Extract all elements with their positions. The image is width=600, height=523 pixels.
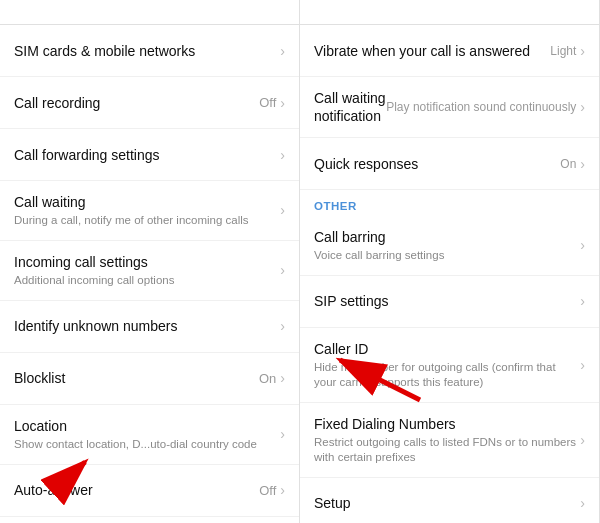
chevron-icon-caller-id: ›	[580, 357, 585, 373]
left-item-blocklist[interactable]: BlocklistOn›	[0, 353, 299, 405]
item-text-call-barring: Call barringVoice call barring settings	[314, 228, 580, 263]
chevron-icon-location: ›	[280, 426, 285, 442]
item-title-call-waiting: Call waiting	[14, 194, 86, 210]
item-title-blocklist: Blocklist	[14, 370, 65, 386]
chevron-icon-call-waiting-notif: ›	[580, 99, 585, 115]
item-subtitle-caller-id: Hide my number for outgoing calls (confi…	[314, 360, 580, 390]
left-panel: SIM cards & mobile networks›Call recordi…	[0, 0, 300, 523]
item-value-quick-responses: On	[560, 157, 576, 171]
item-subtitle-location: Show contact location, D...uto-dial coun…	[14, 437, 280, 452]
left-item-sim-cards[interactable]: SIM cards & mobile networks›	[0, 25, 299, 77]
item-title-identify-unknown: Identify unknown numbers	[14, 318, 177, 334]
item-text-call-waiting-notif: Call waiting notification	[314, 89, 386, 125]
chevron-icon-call-waiting: ›	[280, 202, 285, 218]
right-panel-content: Vibrate when your call is answeredLight›…	[300, 25, 599, 523]
right-panel-header	[300, 0, 599, 25]
item-text-fixed-dialing: Fixed Dialing NumbersRestrict outgoing c…	[314, 415, 580, 465]
chevron-icon-identify-unknown: ›	[280, 318, 285, 334]
item-subtitle-incoming-call: Additional incoming call options	[14, 273, 280, 288]
chevron-icon-auto-answer: ›	[280, 482, 285, 498]
left-item-incoming-call[interactable]: Incoming call settingsAdditional incomin…	[0, 241, 299, 301]
item-title-call-barring: Call barring	[314, 229, 386, 245]
chevron-icon-blocklist: ›	[280, 370, 285, 386]
item-value-call-recording: Off	[259, 95, 276, 110]
item-text-call-recording: Call recording	[14, 94, 259, 112]
left-item-call-waiting[interactable]: Call waitingDuring a call, notify me of …	[0, 181, 299, 241]
item-title-location: Location	[14, 418, 67, 434]
right-item-setup[interactable]: Setup›	[300, 478, 599, 523]
chevron-icon-fixed-dialing: ›	[580, 432, 585, 448]
item-title-call-waiting-notif: Call waiting notification	[314, 90, 386, 124]
item-subtitle-fixed-dialing: Restrict outgoing calls to listed FDNs o…	[314, 435, 580, 465]
chevron-icon-sim-cards: ›	[280, 43, 285, 59]
right-item-quick-responses[interactable]: Quick responsesOn›	[300, 138, 599, 190]
chevron-icon-sip-settings: ›	[580, 293, 585, 309]
other-section-label: OTHER	[300, 190, 599, 216]
item-text-sip-settings: SIP settings	[314, 292, 580, 310]
item-title-sip-settings: SIP settings	[314, 293, 388, 309]
right-item-fixed-dialing[interactable]: Fixed Dialing NumbersRestrict outgoing c…	[300, 403, 599, 478]
item-text-setup: Setup	[314, 494, 580, 512]
left-item-advanced-settings[interactable]: Advanced settings›	[0, 517, 299, 523]
item-subtitle-call-waiting: During a call, notify me of other incomi…	[14, 213, 280, 228]
item-title-auto-answer: Auto-answer	[14, 482, 93, 498]
item-title-call-recording: Call recording	[14, 95, 100, 111]
item-title-fixed-dialing: Fixed Dialing Numbers	[314, 416, 456, 432]
item-title-vibrate: Vibrate when your call is answered	[314, 43, 530, 59]
item-title-caller-id: Caller ID	[314, 341, 368, 357]
left-item-call-recording[interactable]: Call recordingOff›	[0, 77, 299, 129]
right-item-call-barring[interactable]: Call barringVoice call barring settings›	[300, 216, 599, 276]
right-item-sip-settings[interactable]: SIP settings›	[300, 276, 599, 328]
item-text-sim-cards: SIM cards & mobile networks	[14, 42, 280, 60]
right-item-call-waiting-notif[interactable]: Call waiting notificationPlay notificati…	[300, 77, 599, 138]
chevron-icon-call-barring: ›	[580, 237, 585, 253]
item-text-location: LocationShow contact location, D...uto-d…	[14, 417, 280, 452]
item-title-call-forwarding: Call forwarding settings	[14, 147, 160, 163]
item-title-sim-cards: SIM cards & mobile networks	[14, 43, 195, 59]
item-value-vibrate: Light	[550, 44, 576, 58]
item-value-call-waiting-notif: Play notification sound continuously	[386, 100, 576, 114]
left-item-location[interactable]: LocationShow contact location, D...uto-d…	[0, 405, 299, 465]
chevron-icon-vibrate: ›	[580, 43, 585, 59]
chevron-icon-setup: ›	[580, 495, 585, 511]
item-value-blocklist: On	[259, 371, 276, 386]
item-value-auto-answer: Off	[259, 483, 276, 498]
left-panel-header	[0, 0, 299, 25]
item-subtitle-call-barring: Voice call barring settings	[314, 248, 580, 263]
left-item-call-forwarding[interactable]: Call forwarding settings›	[0, 129, 299, 181]
item-text-identify-unknown: Identify unknown numbers	[14, 317, 280, 335]
left-item-auto-answer[interactable]: Auto-answerOff›	[0, 465, 299, 517]
item-text-blocklist: Blocklist	[14, 369, 259, 387]
item-title-quick-responses: Quick responses	[314, 156, 418, 172]
chevron-icon-incoming-call: ›	[280, 262, 285, 278]
item-text-vibrate: Vibrate when your call is answered	[314, 42, 550, 60]
right-panel: Vibrate when your call is answeredLight›…	[300, 0, 600, 523]
item-text-auto-answer: Auto-answer	[14, 481, 259, 499]
chevron-icon-call-forwarding: ›	[280, 147, 285, 163]
item-title-incoming-call: Incoming call settings	[14, 254, 148, 270]
chevron-icon-quick-responses: ›	[580, 156, 585, 172]
item-text-call-waiting: Call waitingDuring a call, notify me of …	[14, 193, 280, 228]
left-item-identify-unknown[interactable]: Identify unknown numbers›	[0, 301, 299, 353]
item-text-quick-responses: Quick responses	[314, 155, 560, 173]
item-text-incoming-call: Incoming call settingsAdditional incomin…	[14, 253, 280, 288]
right-item-caller-id[interactable]: Caller IDHide my number for outgoing cal…	[300, 328, 599, 403]
chevron-icon-call-recording: ›	[280, 95, 285, 111]
right-item-vibrate[interactable]: Vibrate when your call is answeredLight›	[300, 25, 599, 77]
item-title-setup: Setup	[314, 495, 351, 511]
item-text-caller-id: Caller IDHide my number for outgoing cal…	[314, 340, 580, 390]
left-panel-content: SIM cards & mobile networks›Call recordi…	[0, 25, 299, 523]
item-text-call-forwarding: Call forwarding settings	[14, 146, 280, 164]
